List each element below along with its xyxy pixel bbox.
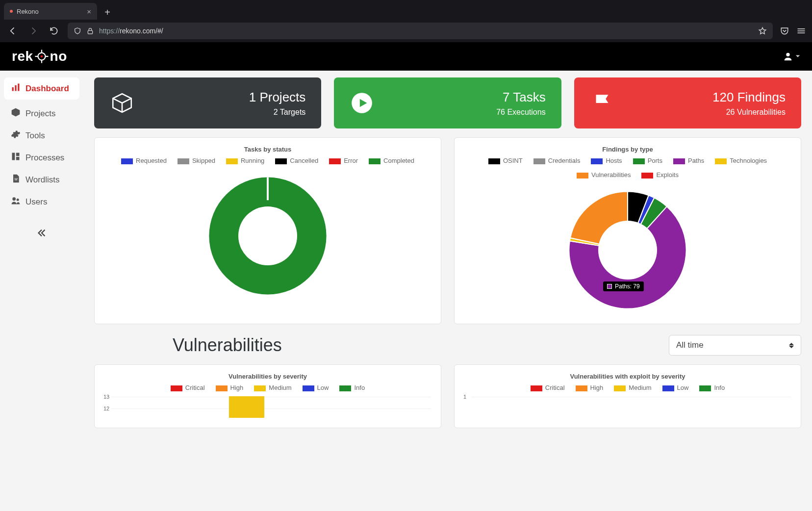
stat-card-projects[interactable]: 1 Projects 2 Targets <box>94 77 321 128</box>
panel-tasks-by-status: Tasks by status RequestedSkippedRunningC… <box>94 137 441 324</box>
tab-favicon <box>10 10 13 13</box>
legend-item[interactable]: Exploits <box>641 171 679 179</box>
lock-icon <box>86 27 94 35</box>
sidebar-item-users[interactable]: Users <box>4 191 79 213</box>
panel-title: Tasks by status <box>244 146 292 153</box>
legend-item[interactable]: High <box>576 384 604 391</box>
legend-color-icon <box>254 385 266 391</box>
legend-item[interactable]: Info <box>699 384 725 391</box>
sidebar-item-label: Users <box>25 197 47 207</box>
legend-item[interactable]: Low <box>303 384 329 391</box>
user-menu[interactable] <box>783 51 800 62</box>
stat-card-findings[interactable]: 120 Findings 26 Vulnerabilities <box>574 77 801 128</box>
pocket-icon[interactable] <box>780 26 789 36</box>
legend-color-icon <box>577 173 588 179</box>
sidebar-item-label: Projects <box>25 109 55 119</box>
stat-primary: 7 Tasks <box>496 90 546 105</box>
legend-item[interactable]: Medium <box>614 384 651 391</box>
legend-item[interactable]: Skipped <box>178 157 215 164</box>
time-filter-value: All time <box>676 340 704 350</box>
legend-color-icon <box>178 158 189 164</box>
logo-text-post: no <box>50 49 67 64</box>
tooltip-color-icon <box>607 284 612 289</box>
reload-button[interactable] <box>47 24 61 38</box>
stat-secondary: 76 Executions <box>496 108 546 117</box>
star-icon[interactable] <box>758 26 767 35</box>
time-filter-select[interactable]: All time <box>669 335 801 356</box>
tooltip-text: Paths: 79 <box>615 283 640 290</box>
sidebar-item-wordlists[interactable]: WWordlists <box>4 169 79 191</box>
bar-chart-icon <box>11 82 21 95</box>
select-caret-icon <box>789 343 794 348</box>
back-button[interactable] <box>6 24 20 38</box>
stat-primary: 1 Projects <box>249 90 306 105</box>
legend-item[interactable]: Paths <box>673 157 704 164</box>
panel-vuln-by-severity: Vulnerabilities by severity CriticalHigh… <box>94 364 441 428</box>
panel-title: Vulnerabilities with exploit by severity <box>464 373 791 380</box>
legend-item[interactable]: Technologies <box>715 157 767 164</box>
stat-card-tasks[interactable]: 7 Tasks 76 Executions <box>334 77 561 128</box>
stat-secondary: 26 Vulnerabilities <box>712 108 786 117</box>
logo[interactable]: rek no <box>12 49 67 64</box>
chevron-double-left-icon <box>36 228 47 238</box>
svg-rect-0 <box>88 30 92 34</box>
sidebar-item-processes[interactable]: Processes <box>4 147 79 169</box>
y-tick: 1 <box>463 394 466 400</box>
legend-color-icon <box>275 158 287 164</box>
users-icon <box>11 196 21 208</box>
svg-rect-1 <box>798 28 805 29</box>
legend-item[interactable]: Critical <box>531 384 565 391</box>
cube-icon <box>110 91 134 115</box>
sidebar-item-tools[interactable]: Tools <box>4 125 79 147</box>
legend-item[interactable]: High <box>216 384 244 391</box>
legend-item[interactable]: Info <box>339 384 365 391</box>
svg-rect-11 <box>12 87 14 91</box>
svg-point-19 <box>17 199 19 201</box>
legend-color-icon <box>591 158 603 164</box>
flag-icon <box>590 91 614 115</box>
legend-item[interactable]: OSINT <box>488 157 523 164</box>
address-bar[interactable]: https://rekono.com/#/ <box>68 23 773 39</box>
bar-chart-severity: 13 12 <box>111 396 431 418</box>
browser-tab[interactable]: Rekono × <box>4 3 97 20</box>
donut-chart-findings: Paths: 79 <box>564 186 691 314</box>
user-icon <box>783 51 793 62</box>
legend-color-icon <box>614 385 626 391</box>
svg-text:W: W <box>15 178 18 181</box>
new-tab-button[interactable]: + <box>100 5 115 20</box>
legend-color-icon <box>641 173 653 179</box>
legend-item[interactable]: Requested <box>121 157 167 164</box>
svg-rect-12 <box>15 85 16 91</box>
close-icon[interactable]: × <box>87 7 91 16</box>
legend-item[interactable]: Completed <box>369 157 414 164</box>
legend-color-icon <box>329 158 341 164</box>
app-header: rek no <box>0 42 812 71</box>
legend-item[interactable]: Error <box>329 157 358 164</box>
svg-rect-16 <box>16 157 20 160</box>
stat-primary: 120 Findings <box>712 90 786 105</box>
sidebar-item-projects[interactable]: Projects <box>4 102 79 125</box>
bar-medium <box>229 396 264 418</box>
legend-color-icon <box>662 385 674 391</box>
target-icon <box>34 49 49 64</box>
svg-point-18 <box>12 197 16 201</box>
legend-item[interactable]: Medium <box>254 384 291 391</box>
section-title: Vulnerabilities <box>173 335 282 356</box>
legend-item[interactable]: Cancelled <box>275 157 318 164</box>
sidebar-collapse-button[interactable] <box>4 228 79 241</box>
legend-item[interactable]: Low <box>662 384 689 391</box>
panel-findings-by-type: Findings by type OSINTCredentialsHostsPo… <box>454 137 801 324</box>
forward-button[interactable] <box>26 24 40 38</box>
legend-item[interactable]: Vulnerabilities <box>577 171 631 179</box>
sidebar-item-label: Dashboard <box>25 84 69 94</box>
chevron-down-icon <box>795 54 800 59</box>
tab-title: Rekono <box>17 8 39 15</box>
legend-item[interactable]: Credentials <box>533 157 581 164</box>
sidebar-item-dashboard[interactable]: Dashboard <box>4 77 79 100</box>
legend-item[interactable]: Ports <box>633 157 662 164</box>
legend-item[interactable]: Running <box>226 157 264 164</box>
hamburger-icon[interactable] <box>796 26 806 36</box>
legend-color-icon <box>576 385 587 391</box>
legend-item[interactable]: Critical <box>171 384 205 391</box>
legend-item[interactable]: Hosts <box>591 157 622 164</box>
